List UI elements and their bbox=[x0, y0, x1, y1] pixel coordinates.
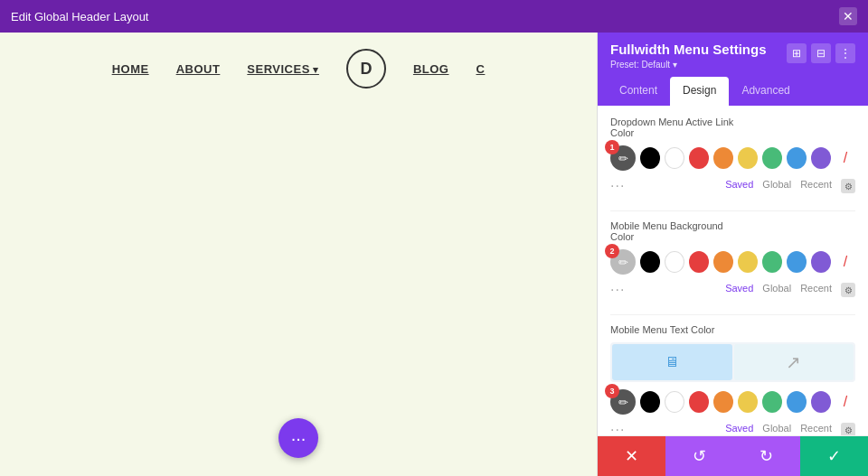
more-dots-3[interactable]: ··· bbox=[610, 422, 625, 435]
color-blue-2[interactable] bbox=[787, 251, 807, 273]
badge-3: 3 bbox=[605, 384, 619, 398]
color-yellow-3[interactable] bbox=[738, 391, 758, 413]
clear-color-1[interactable]: / bbox=[835, 147, 855, 169]
global-label-1[interactable]: Global bbox=[762, 179, 791, 193]
divider-1 bbox=[610, 210, 855, 211]
panel-tabs: Content Design Advanced bbox=[598, 77, 868, 106]
tab-content[interactable]: Content bbox=[607, 77, 670, 106]
color-label-2: Mobile Menu BackgroundColor bbox=[610, 220, 855, 242]
color-white-3[interactable] bbox=[665, 391, 684, 413]
panel-subtitle: Preset: Default ▾ bbox=[610, 59, 767, 70]
cancel-button[interactable]: ✕ bbox=[598, 436, 665, 476]
panel-icon-resize2[interactable]: ⊟ bbox=[811, 43, 831, 63]
divider-2 bbox=[610, 314, 855, 315]
settings-panel: Fullwidth Menu Settings Preset: Default … bbox=[597, 33, 868, 476]
color-white-1[interactable] bbox=[665, 147, 684, 169]
nav-home[interactable]: HOME bbox=[112, 62, 149, 76]
panel-icon-resize1[interactable]: ⊞ bbox=[787, 43, 807, 63]
saved-label-3[interactable]: Saved bbox=[725, 423, 753, 435]
color-red-2[interactable] bbox=[689, 251, 709, 273]
color-black-1[interactable] bbox=[640, 147, 660, 169]
color-white-2[interactable] bbox=[665, 251, 684, 273]
color-blue-3[interactable] bbox=[787, 391, 807, 413]
color-red-1[interactable] bbox=[689, 147, 709, 169]
panel-footer: ✕ ↺ ↻ ✓ bbox=[598, 435, 868, 476]
color-green-3[interactable] bbox=[762, 391, 782, 413]
desktop-view-btn[interactable]: 🖥 bbox=[612, 344, 732, 380]
active-swatch-3[interactable]: 3 ✏ bbox=[610, 389, 636, 415]
redo-button[interactable]: ↻ bbox=[733, 436, 801, 476]
color-black-2[interactable] bbox=[640, 251, 660, 273]
color-purple-3[interactable] bbox=[811, 391, 831, 413]
nav-services[interactable]: SERVICES bbox=[247, 62, 319, 76]
title-bar-text: Edit Global Header Layout bbox=[11, 10, 148, 23]
recent-label-2[interactable]: Recent bbox=[800, 283, 832, 297]
panel-header: Fullwidth Menu Settings Preset: Default … bbox=[598, 33, 868, 77]
color-purple-1[interactable] bbox=[811, 147, 831, 169]
color-label-1: Dropdown Menu Active LinkColor bbox=[610, 117, 855, 138]
clear-color-3[interactable]: / bbox=[835, 391, 855, 413]
color-row-2: 2 ✏ / bbox=[610, 249, 855, 275]
color-black-3[interactable] bbox=[640, 391, 660, 413]
saved-row-3: Saved Global Recent ⚙ bbox=[725, 423, 855, 435]
color-row-3: 3 ✏ / bbox=[610, 389, 855, 415]
title-bar: Edit Global Header Layout ✕ bbox=[0, 0, 868, 33]
recent-label-1[interactable]: Recent bbox=[800, 179, 832, 193]
color-purple-2[interactable] bbox=[811, 251, 831, 273]
reset-button[interactable]: ↺ bbox=[665, 436, 733, 476]
dots-row-1: ··· Saved Global Recent ⚙ bbox=[610, 176, 855, 198]
panel-icon-more[interactable]: ⋮ bbox=[835, 43, 855, 63]
fab-icon: ··· bbox=[291, 428, 307, 449]
settings-icon-1[interactable]: ⚙ bbox=[841, 179, 855, 193]
mobile-icon: ↗ bbox=[786, 351, 801, 373]
fab-button[interactable]: ··· bbox=[278, 418, 318, 458]
badge-2: 2 bbox=[605, 244, 619, 258]
active-swatch-1[interactable]: 1 ✏ bbox=[610, 145, 636, 171]
dots-row-3: ··· Saved Global Recent ⚙ bbox=[610, 420, 855, 435]
color-label-3: Mobile Menu Text Color bbox=[610, 324, 855, 335]
more-dots-2[interactable]: ··· bbox=[610, 282, 625, 298]
global-label-3[interactable]: Global bbox=[762, 423, 791, 435]
color-setting-3: Mobile Menu Text Color 🖥 ↗ 3 ✏ bbox=[610, 324, 855, 435]
canvas-area: HOME ABOUT SERVICES D BLOG C ··· bbox=[0, 33, 597, 476]
nav-extra[interactable]: C bbox=[476, 62, 485, 76]
panel-body: Dropdown Menu Active LinkColor 1 ✏ / bbox=[598, 106, 868, 435]
color-red-3[interactable] bbox=[689, 391, 709, 413]
mobile-view-btn[interactable]: ↗ bbox=[734, 344, 854, 380]
confirm-button[interactable]: ✓ bbox=[800, 436, 868, 476]
settings-icon-2[interactable]: ⚙ bbox=[841, 283, 855, 297]
saved-label-1[interactable]: Saved bbox=[725, 179, 753, 193]
tab-design[interactable]: Design bbox=[670, 77, 729, 106]
view-toggle: 🖥 ↗ bbox=[610, 342, 855, 382]
color-orange-1[interactable] bbox=[713, 147, 733, 169]
active-swatch-2[interactable]: 2 ✏ bbox=[610, 249, 636, 275]
nav-blog[interactable]: BLOG bbox=[413, 62, 449, 76]
settings-icon-3[interactable]: ⚙ bbox=[841, 423, 855, 435]
global-label-2[interactable]: Global bbox=[762, 283, 791, 297]
color-blue-1[interactable] bbox=[787, 147, 807, 169]
desktop-icon: 🖥 bbox=[665, 354, 679, 370]
color-orange-3[interactable] bbox=[713, 391, 733, 413]
close-button[interactable]: ✕ bbox=[839, 7, 857, 25]
more-dots-1[interactable]: ··· bbox=[610, 178, 625, 194]
clear-color-2[interactable]: / bbox=[835, 251, 855, 273]
saved-label-2[interactable]: Saved bbox=[725, 283, 753, 297]
color-setting-2: Mobile Menu BackgroundColor 2 ✏ / bbox=[610, 220, 855, 302]
color-yellow-1[interactable] bbox=[738, 147, 758, 169]
nav-logo: D bbox=[346, 49, 386, 89]
saved-row-1: Saved Global Recent ⚙ bbox=[725, 179, 855, 193]
nav-bar: HOME ABOUT SERVICES D BLOG C bbox=[0, 33, 597, 105]
color-orange-2[interactable] bbox=[713, 251, 733, 273]
tab-advanced[interactable]: Advanced bbox=[729, 77, 802, 106]
panel-title: Fullwidth Menu Settings bbox=[610, 42, 767, 57]
saved-row-2: Saved Global Recent ⚙ bbox=[725, 283, 855, 297]
color-row-1: 1 ✏ / bbox=[610, 145, 855, 171]
color-yellow-2[interactable] bbox=[738, 251, 758, 273]
color-setting-1: Dropdown Menu Active LinkColor 1 ✏ / bbox=[610, 117, 855, 198]
dots-row-2: ··· Saved Global Recent ⚙ bbox=[610, 280, 855, 302]
badge-1: 1 bbox=[605, 140, 619, 154]
color-green-2[interactable] bbox=[762, 251, 782, 273]
color-green-1[interactable] bbox=[762, 147, 782, 169]
nav-about[interactable]: ABOUT bbox=[176, 62, 221, 76]
recent-label-3[interactable]: Recent bbox=[800, 423, 832, 435]
